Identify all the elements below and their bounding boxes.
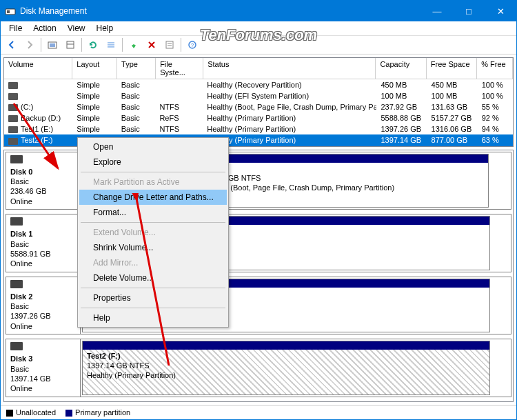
disk-info: Disk 1Basic5588.91 GBOnline	[6, 214, 81, 271]
action-icon[interactable]	[125, 37, 142, 53]
delete-icon[interactable]	[143, 37, 160, 53]
menu-item-delete-volume[interactable]: Delete Volume...	[79, 270, 227, 286]
legend-primary: Primary partition	[65, 408, 130, 417]
legend-unallocated: Unallocated	[6, 408, 56, 417]
disk-info: Disk 2Basic1397.26 GBOnline	[6, 277, 81, 334]
svg-text:?: ?	[191, 42, 194, 48]
volume-list-header: Volume Layout Type File Syste... Status …	[4, 58, 513, 79]
menu-separator	[81, 288, 225, 288]
menu-separator	[81, 172, 225, 172]
volume-icon	[8, 82, 18, 89]
context-menu: OpenExploreMark Partition as ActiveChang…	[77, 137, 229, 328]
volume-icon	[8, 115, 18, 122]
volume-icon	[8, 104, 18, 111]
close-button[interactable]: ✕	[485, 1, 516, 21]
disk-partitions: Test2 (F:)1397.14 GB NTFSHealthy (Primar…	[81, 339, 511, 396]
menu-item-mark-partition-as-active: Mark Partition as Active	[79, 174, 227, 190]
menu-help[interactable]: Help	[91, 22, 119, 34]
volume-row[interactable]: SimpleBasicHealthy (EFI System Partition…	[4, 90, 513, 101]
volume-row[interactable]: (C:)SimpleBasicNTFSHealthy (Boot, Page F…	[4, 101, 513, 112]
menu-separator	[81, 308, 225, 308]
col-status[interactable]: Status	[203, 58, 376, 79]
titlebar: Disk Management — □ ✕	[1, 1, 516, 21]
volume-icon	[8, 126, 18, 133]
col-type[interactable]: Type	[117, 58, 156, 79]
svg-rect-1	[7, 10, 10, 13]
volume-row[interactable]: SimpleBasicHealthy (Recovery Partition)4…	[4, 79, 513, 90]
disk-icon	[10, 280, 23, 288]
disk-icon	[10, 155, 23, 163]
col-layout[interactable]: Layout	[72, 58, 117, 79]
partition-bar	[83, 341, 489, 350]
col-capacity[interactable]: Capacity	[376, 58, 426, 79]
svg-rect-4	[67, 41, 74, 48]
menu-item-extend-volume: Extend Volume...	[79, 225, 227, 240]
menu-file[interactable]: File	[3, 22, 28, 34]
col-filesystem[interactable]: File Syste...	[156, 58, 203, 79]
properties-icon[interactable]	[161, 37, 178, 53]
window-title: Disk Management	[20, 6, 421, 16]
menu-item-shrink-volume[interactable]: Shrink Volume...	[79, 240, 227, 255]
list-icon[interactable]	[103, 37, 119, 53]
disk-row[interactable]: Disk 3Basic1397.14 GBOnlineTest2 (F:)139…	[6, 339, 511, 397]
partition[interactable]: Test2 (F:)1397.14 GB NTFSHealthy (Primar…	[82, 341, 490, 394]
menu-item-add-mirror: Add Mirror...	[79, 255, 227, 270]
back-icon[interactable]	[3, 37, 20, 53]
window-buttons: — □ ✕	[421, 1, 516, 21]
partition-bar	[199, 154, 488, 163]
volume-list[interactable]: Volume Layout Type File Syste... Status …	[3, 57, 514, 147]
disk-icon	[10, 342, 23, 350]
svg-rect-9	[166, 41, 173, 48]
menu-item-open[interactable]: Open	[79, 139, 227, 154]
disk-icon	[10, 217, 23, 226]
toolbar: ?	[1, 36, 516, 54]
help-icon[interactable]: ?	[184, 37, 201, 53]
disk-info: Disk 0Basic238.46 GBOnline	[6, 152, 81, 209]
volume-icon	[8, 138, 18, 145]
show-icon[interactable]	[62, 37, 79, 53]
volume-row[interactable]: Test1 (E:)SimpleBasicNTFSHealthy (Primar…	[4, 123, 513, 134]
up-icon[interactable]	[44, 37, 61, 53]
disk-info: Disk 3Basic1397.14 GBOnline	[6, 339, 81, 396]
menu-separator	[81, 222, 225, 223]
partition[interactable]: (C:)237.92 GB NTFSHealthy (Boot, Page Fi…	[198, 154, 489, 208]
forward-icon[interactable]	[21, 37, 38, 53]
volume-row[interactable]: Backup (D:)SimpleBasicReFSHealthy (Prima…	[4, 112, 513, 123]
menu-item-properties[interactable]: Properties	[79, 290, 227, 306]
col-volume[interactable]: Volume	[4, 58, 72, 79]
app-icon	[5, 6, 16, 17]
menu-item-change-drive-letter-and-paths[interactable]: Change Drive Letter and Paths...	[79, 190, 227, 205]
col-pctfree[interactable]: % Free	[477, 58, 513, 79]
col-freespace[interactable]: Free Space	[427, 58, 477, 79]
menubar: File Action View Help	[1, 21, 516, 36]
menu-item-explore[interactable]: Explore	[79, 154, 227, 170]
svg-rect-3	[50, 43, 55, 47]
legend: Unallocated Primary partition	[1, 405, 516, 419]
volume-icon	[8, 93, 18, 100]
menu-action[interactable]: Action	[28, 22, 61, 34]
refresh-icon[interactable]	[85, 37, 101, 53]
menu-item-format[interactable]: Format...	[79, 205, 227, 220]
menu-view[interactable]: View	[62, 22, 91, 34]
menu-item-help[interactable]: Help	[79, 310, 227, 326]
minimize-button[interactable]: —	[421, 1, 453, 21]
maximize-button[interactable]: □	[453, 1, 485, 21]
